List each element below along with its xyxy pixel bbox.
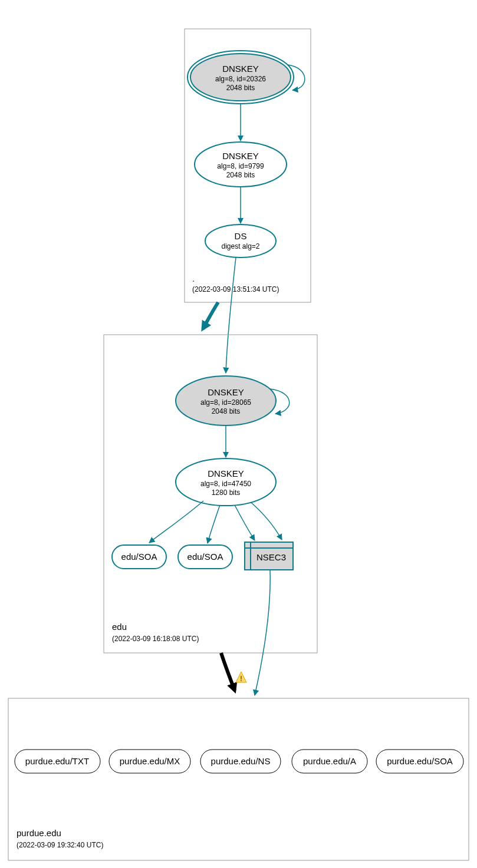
- svg-text:purdue.edu/NS: purdue.edu/NS: [211, 756, 271, 766]
- edge-edu-zsk-soa1: [149, 501, 203, 543]
- zone-edu-label: edu: [112, 622, 127, 632]
- svg-text:DS: DS: [235, 231, 247, 241]
- svg-rect-31: [8, 698, 469, 860]
- svg-text:edu/SOA: edu/SOA: [121, 552, 157, 562]
- node-edu-ksk[interactable]: DNSKEY alg=8, id=28065 2048 bits: [176, 376, 276, 425]
- node-root-zsk[interactable]: DNSKEY alg=8, id=9799 2048 bits: [195, 142, 287, 187]
- node-edu-zsk[interactable]: DNSKEY alg=8, id=47450 1280 bits: [176, 458, 276, 506]
- svg-text:purdue.edu/MX: purdue.edu/MX: [120, 756, 180, 766]
- edge-edu-to-purdue-delegation: [221, 653, 235, 691]
- svg-text:DNSKEY: DNSKEY: [208, 387, 244, 397]
- edge-root-to-edu-delegation: [203, 302, 218, 329]
- node-root-ksk[interactable]: DNSKEY alg=8, id=20326 2048 bits: [187, 51, 294, 104]
- edge-nsec3-to-purdue: [255, 570, 270, 695]
- zone-root-label: .: [192, 273, 195, 283]
- node-edu-soa-1[interactable]: edu/SOA: [112, 545, 166, 569]
- svg-text:purdue.edu/SOA: purdue.edu/SOA: [387, 756, 453, 766]
- node-purdue-txt[interactable]: purdue.edu/TXT: [15, 750, 100, 773]
- svg-text:alg=8, id=47450: alg=8, id=47450: [200, 480, 251, 488]
- node-edu-soa-2[interactable]: edu/SOA: [178, 545, 232, 569]
- svg-text:NSEC3: NSEC3: [256, 552, 286, 562]
- svg-text:!: !: [240, 675, 242, 683]
- node-purdue-ns[interactable]: purdue.edu/NS: [200, 750, 281, 773]
- edge-edu-zsk-soa2: [208, 505, 220, 543]
- zone-root: . (2022-03-09 13:51:34 UTC) DNSKEY alg=8…: [185, 29, 311, 302]
- zone-purdue: purdue.edu (2022-03-09 19:32:40 UTC) pur…: [8, 698, 469, 860]
- node-root-ds[interactable]: DS digest alg=2: [205, 225, 276, 258]
- node-purdue-mx[interactable]: purdue.edu/MX: [109, 750, 190, 773]
- dnssec-diagram: . (2022-03-09 13:51:34 UTC) DNSKEY alg=8…: [0, 0, 477, 868]
- zone-root-timestamp: (2022-03-09 13:51:34 UTC): [192, 285, 279, 293]
- svg-text:2048 bits: 2048 bits: [226, 171, 255, 179]
- warning-icon: !: [236, 672, 246, 683]
- node-purdue-a[interactable]: purdue.edu/A: [292, 750, 367, 773]
- edge-ds-to-edu-ksk: [226, 258, 236, 373]
- svg-text:edu/SOA: edu/SOA: [187, 552, 223, 562]
- edge-edu-zsk-nsec3-a: [235, 505, 255, 540]
- svg-text:digest alg=2: digest alg=2: [221, 242, 259, 250]
- zone-purdue-label: purdue.edu: [17, 828, 61, 838]
- svg-text:DNSKEY: DNSKEY: [222, 64, 259, 74]
- svg-text:purdue.edu/A: purdue.edu/A: [303, 756, 356, 766]
- svg-point-10: [205, 225, 276, 258]
- svg-text:DNSKEY: DNSKEY: [208, 468, 244, 478]
- svg-text:alg=8, id=20326: alg=8, id=20326: [215, 75, 266, 83]
- zone-edu: edu (2022-03-09 16:18:08 UTC) DNSKEY alg…: [104, 335, 317, 653]
- zone-purdue-timestamp: (2022-03-09 19:32:40 UTC): [17, 841, 103, 849]
- svg-text:purdue.edu/TXT: purdue.edu/TXT: [25, 756, 89, 766]
- svg-text:alg=8, id=28065: alg=8, id=28065: [200, 398, 251, 407]
- node-edu-nsec3[interactable]: NSEC3: [245, 542, 293, 570]
- node-purdue-soa[interactable]: purdue.edu/SOA: [376, 750, 463, 773]
- svg-text:2048 bits: 2048 bits: [226, 84, 255, 92]
- zone-edu-timestamp: (2022-03-09 16:18:08 UTC): [112, 635, 199, 643]
- svg-text:1280 bits: 1280 bits: [212, 489, 241, 497]
- edge-edu-zsk-nsec3-b: [251, 502, 282, 540]
- svg-text:2048 bits: 2048 bits: [212, 407, 241, 415]
- svg-text:alg=8, id=9799: alg=8, id=9799: [217, 162, 264, 170]
- svg-text:DNSKEY: DNSKEY: [222, 151, 259, 161]
